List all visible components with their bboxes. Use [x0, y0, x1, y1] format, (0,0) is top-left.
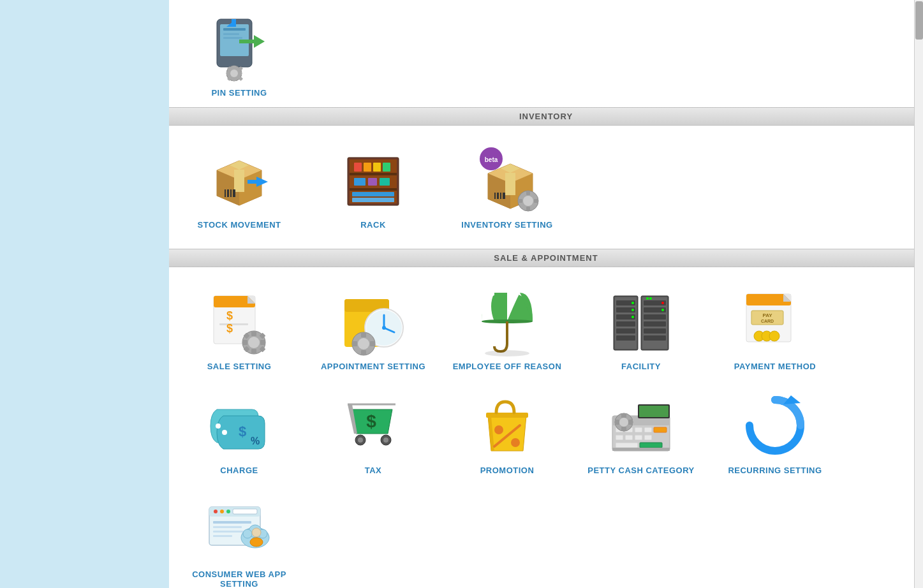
svg-text:$: $: [239, 423, 246, 439]
svg-rect-14: [238, 71, 242, 75]
consumer-web-item[interactable]: CONSUMER WEB APP SETTING: [175, 488, 303, 588]
svg-rect-64: [534, 199, 538, 203]
svg-point-171: [226, 510, 230, 513]
appointment-setting-item[interactable]: APPOINTMENT SETTING: [309, 280, 437, 378]
promotion-item[interactable]: PROMOTION: [443, 384, 571, 481]
charge-item[interactable]: $ % CHARGE: [175, 384, 303, 481]
svg-rect-36: [350, 173, 397, 175]
svg-point-102: [631, 302, 634, 304]
main-content: PIN SETTING INVENTORY: [169, 0, 923, 588]
scrollbar-track[interactable]: [914, 0, 923, 588]
svg-rect-155: [635, 435, 642, 440]
svg-point-10: [230, 70, 238, 77]
stock-movement-item[interactable]: STOCK MOVEMENT: [175, 138, 303, 236]
recurring-setting-label: RECURRING SETTING: [728, 466, 822, 475]
svg-rect-176: [213, 535, 232, 537]
svg-rect-3: [223, 33, 239, 35]
svg-text:$: $: [366, 411, 376, 431]
inventory-setting-icon: beta: [472, 145, 542, 215]
svg-rect-75: [251, 349, 256, 354]
svg-rect-54: [505, 173, 515, 195]
svg-rect-42: [354, 178, 366, 186]
svg-rect-63: [518, 199, 522, 203]
svg-point-161: [619, 418, 628, 427]
svg-point-182: [250, 538, 263, 547]
svg-rect-156: [644, 435, 652, 440]
consumer-web-label: CONSUMER WEB APP SETTING: [182, 570, 297, 588]
svg-rect-28: [233, 189, 235, 197]
recurring-setting-item[interactable]: RECURRING SETTING: [711, 384, 839, 481]
svg-text:%: %: [251, 436, 260, 446]
svg-rect-150: [635, 427, 642, 432]
employee-off-icon: [472, 286, 542, 356]
svg-text:PAY: PAY: [762, 312, 772, 318]
svg-rect-6: [239, 40, 254, 43]
svg-rect-164: [615, 420, 619, 425]
pin-section: PIN SETTING: [169, 0, 923, 107]
svg-rect-74: [251, 331, 256, 336]
svg-point-111: [661, 302, 664, 304]
svg-rect-173: [213, 521, 251, 524]
facility-item[interactable]: FACILITY: [577, 280, 705, 378]
petty-cash-icon: [606, 390, 676, 460]
svg-point-142: [511, 438, 520, 447]
svg-point-113: [661, 309, 664, 311]
payment-method-item[interactable]: PAY CARD PAYMENT METHOD: [711, 280, 839, 378]
svg-rect-30: [247, 180, 256, 184]
svg-rect-93: [352, 341, 357, 346]
svg-point-60: [523, 196, 533, 206]
svg-rect-157: [616, 443, 638, 448]
svg-point-106: [631, 316, 634, 318]
sale-setting-label: SALE SETTING: [207, 362, 272, 371]
petty-cash-label: PETTY CASH CATEGORY: [587, 466, 694, 475]
svg-rect-175: [213, 531, 245, 533]
tax-item[interactable]: $ TAX: [309, 384, 437, 481]
svg-rect-109: [616, 335, 635, 341]
scrollbar-thumb[interactable]: [915, 1, 923, 40]
promotion-icon: [472, 390, 542, 460]
svg-point-118: [646, 297, 649, 300]
inventory-header: INVENTORY: [169, 107, 923, 126]
svg-rect-12: [232, 77, 236, 81]
svg-rect-108: [616, 328, 635, 334]
facility-icon: [606, 286, 676, 356]
consumer-web-icon: [204, 494, 274, 564]
pin-setting-label: PIN SETTING: [211, 88, 267, 98]
svg-rect-92: [361, 350, 366, 355]
employee-off-item[interactable]: EMPLOYEE OFF REASON: [443, 280, 571, 378]
svg-point-119: [649, 297, 652, 300]
tax-label: TAX: [365, 466, 382, 475]
svg-rect-55: [494, 193, 496, 199]
svg-rect-115: [644, 321, 666, 327]
svg-rect-152: [654, 427, 667, 432]
rack-item[interactable]: RACK: [309, 138, 437, 236]
sale-setting-item[interactable]: $ $: [175, 280, 303, 378]
promotion-label: PROMOTION: [480, 466, 535, 475]
svg-rect-158: [640, 443, 662, 448]
svg-rect-154: [625, 435, 633, 440]
svg-rect-107: [616, 321, 635, 327]
svg-rect-39: [364, 163, 371, 172]
svg-rect-45: [352, 192, 394, 196]
inventory-grid: STOCK MOVEMENT: [169, 126, 923, 249]
inventory-setting-item[interactable]: beta: [443, 138, 571, 236]
svg-rect-38: [354, 163, 362, 172]
svg-point-73: [248, 337, 260, 348]
svg-rect-94: [370, 341, 375, 346]
svg-rect-43: [368, 178, 377, 186]
svg-point-181: [252, 528, 261, 537]
svg-rect-147: [639, 406, 668, 417]
svg-rect-114: [644, 314, 666, 320]
svg-rect-151: [644, 427, 652, 432]
svg-rect-116: [644, 328, 666, 334]
svg-rect-76: [242, 340, 247, 345]
svg-point-132: [216, 423, 221, 429]
pin-setting-item[interactable]: PIN SETTING: [175, 6, 303, 104]
sale-appointment-header: SALE & APPOINTMENT: [169, 249, 923, 267]
svg-rect-2: [223, 28, 246, 31]
inventory-setting-label: INVENTORY SETTING: [461, 220, 552, 230]
svg-rect-40: [373, 163, 381, 172]
petty-cash-item[interactable]: PETTY CASH CATEGORY: [577, 384, 705, 481]
svg-rect-4: [223, 37, 242, 39]
svg-rect-162: [621, 413, 626, 418]
